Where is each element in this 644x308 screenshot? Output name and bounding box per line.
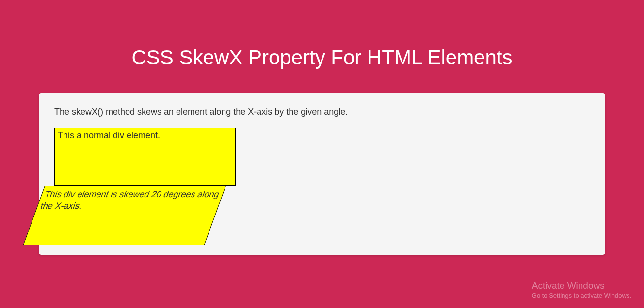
description-text: The skewX() method skews an element alon… (54, 107, 590, 117)
watermark-title: Activate Windows (532, 280, 631, 291)
page-title: CSS SkewX Property For HTML Elements (0, 0, 644, 93)
watermark-subtitle: Go to Settings to activate Windows. (532, 292, 631, 299)
content-card: The skewX() method skews an element alon… (39, 93, 605, 255)
windows-activation-watermark: Activate Windows Go to Settings to activ… (532, 280, 631, 299)
normal-div-box: This a normal div element. (54, 128, 236, 186)
skewed-div-box: This div element is skewed 20 degrees al… (23, 186, 226, 245)
